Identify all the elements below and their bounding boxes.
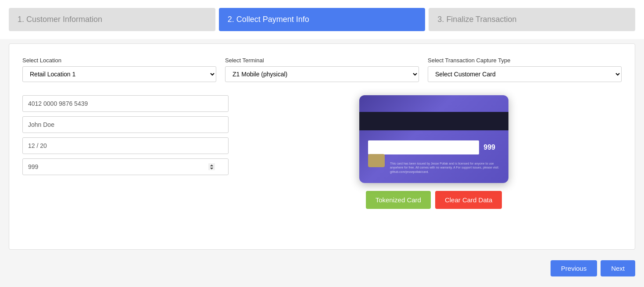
form-inputs bbox=[22, 95, 229, 175]
card-signature-area: 999 bbox=[368, 139, 495, 156]
location-group: Select Location Retail Location 1Retail … bbox=[22, 57, 216, 82]
step-3-label: Finalize Transaction bbox=[446, 15, 516, 24]
tokenize-button[interactable]: Tokenized Card bbox=[366, 191, 431, 209]
step-1-label: Customer Information bbox=[26, 15, 102, 24]
card-chip bbox=[368, 154, 385, 167]
cvv-wrapper bbox=[22, 158, 229, 175]
card-magnetic-stripe bbox=[359, 112, 508, 130]
credit-card-visual: 999 This card has been issued by Jesse P… bbox=[359, 95, 508, 183]
card-info-text: This card has been issued by Jesse Polla… bbox=[390, 161, 504, 174]
location-label: Select Location bbox=[22, 57, 216, 64]
capture-type-group: Select Transaction Capture Type Select C… bbox=[428, 57, 622, 82]
previous-button[interactable]: Previous bbox=[551, 260, 597, 276]
expiry-input[interactable] bbox=[22, 137, 229, 154]
step-3-number: 3. bbox=[437, 15, 444, 24]
next-button[interactable]: Next bbox=[601, 260, 635, 276]
capture-type-label: Select Transaction Capture Type bbox=[428, 57, 622, 64]
form-card-row: 999 This card has been issued by Jesse P… bbox=[22, 95, 622, 209]
step-2-label: Collect Payment Info bbox=[236, 15, 309, 24]
main-panel: Select Location Retail Location 1Retail … bbox=[9, 43, 635, 250]
terminal-label: Select Terminal bbox=[225, 57, 419, 64]
steps-bar: 1. Customer Information 2. Collect Payme… bbox=[0, 0, 644, 39]
dropdowns-row: Select Location Retail Location 1Retail … bbox=[22, 57, 622, 82]
terminal-group: Select Terminal Z1 Mobile (physical)Z2 D… bbox=[225, 57, 419, 82]
step-1[interactable]: 1. Customer Information bbox=[9, 8, 215, 31]
terminal-select[interactable]: Z1 Mobile (physical)Z2 Desktop (physical… bbox=[225, 66, 419, 82]
step-2[interactable]: 2. Collect Payment Info bbox=[219, 8, 426, 31]
nav-buttons-row: Previous Next bbox=[0, 254, 644, 283]
card-area: 999 This card has been issued by Jesse P… bbox=[246, 95, 622, 209]
card-cvv-display: 999 bbox=[483, 144, 495, 151]
step-2-number: 2. bbox=[228, 15, 234, 24]
card-number-input[interactable] bbox=[22, 95, 229, 112]
capture-type-select[interactable]: Select Customer CardManual EntrySwipe bbox=[428, 66, 622, 82]
step-1-number: 1. bbox=[18, 15, 24, 24]
card-action-buttons: Tokenized Card Clear Card Data bbox=[366, 191, 502, 209]
step-3[interactable]: 3. Finalize Transaction bbox=[429, 8, 635, 31]
cardholder-input[interactable] bbox=[22, 116, 229, 133]
location-select[interactable]: Retail Location 1Retail Location 2 bbox=[22, 66, 216, 82]
card-signature-box bbox=[368, 140, 479, 154]
clear-card-button[interactable]: Clear Card Data bbox=[435, 191, 502, 209]
cvv-input[interactable] bbox=[22, 158, 229, 175]
